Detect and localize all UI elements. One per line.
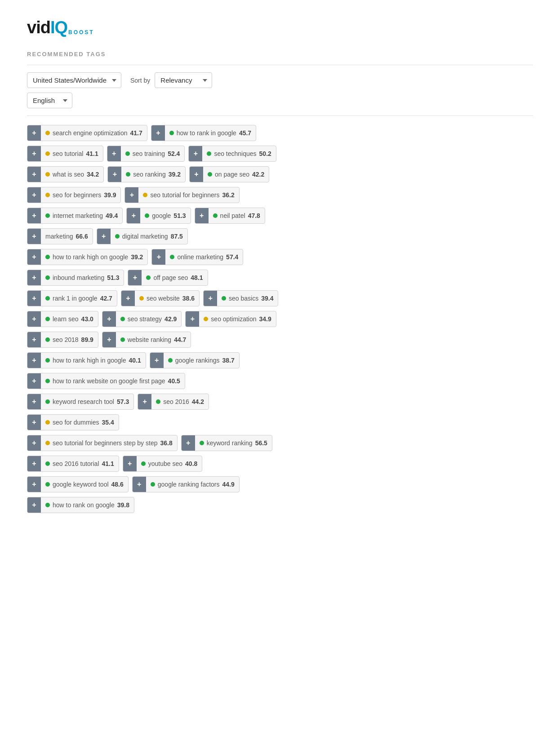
tag-add-button[interactable]: +	[195, 208, 209, 223]
tag-content: keyword research tool57.3	[41, 396, 133, 407]
tag-add-button[interactable]: +	[152, 249, 165, 265]
tag-add-button[interactable]: +	[150, 353, 164, 368]
tag-item: +on page seo42.2	[189, 166, 269, 182]
logo-vid: vid	[27, 18, 50, 37]
tag-item: +digital marketing87.5	[97, 228, 188, 244]
tag-add-button[interactable]: +	[127, 208, 140, 223]
tag-content: seo strategy42.9	[116, 314, 182, 324]
tag-score: 34.2	[87, 171, 99, 178]
sort-select[interactable]: Relevancy Score Alphabetical	[155, 72, 212, 88]
tag-dot-yellow	[45, 193, 50, 197]
tag-add-button[interactable]: +	[27, 415, 41, 430]
language-select[interactable]: English Spanish French German	[27, 93, 72, 108]
tag-add-button[interactable]: +	[27, 497, 41, 513]
tag-add-button[interactable]: +	[190, 167, 203, 182]
tag-item: +seo tutorial for beginners step by step…	[27, 435, 178, 451]
tag-score: 41.1	[86, 150, 98, 157]
tag-add-button[interactable]: +	[27, 291, 41, 306]
tag-dot-yellow	[45, 420, 50, 425]
tag-add-button[interactable]: +	[102, 311, 116, 327]
tag-dot-green	[45, 461, 50, 466]
tag-score: 39.4	[261, 295, 273, 302]
tag-content: rank 1 in google42.7	[41, 293, 117, 304]
tag-row: +learn seo43.0+seo strategy42.9+seo opti…	[27, 311, 533, 327]
tag-name: how to rank website on google first page	[53, 377, 165, 385]
tag-add-button[interactable]: +	[133, 477, 146, 492]
tag-add-button[interactable]: +	[27, 270, 41, 285]
tag-content: website ranking44.7	[116, 334, 191, 345]
tag-content: seo 2016 tutorial41.1	[41, 458, 119, 469]
tag-add-button[interactable]: +	[108, 167, 121, 182]
tag-score: 40.5	[168, 377, 180, 385]
tag-content: seo techniques50.2	[202, 148, 276, 159]
tag-dot-green	[208, 172, 212, 177]
tag-add-button[interactable]: +	[128, 270, 142, 285]
tag-add-button[interactable]: +	[102, 332, 116, 347]
tag-row: +rank 1 in google42.7+seo website38.6+se…	[27, 290, 533, 306]
logo: vidIQ BOOST	[27, 18, 533, 37]
tag-add-button[interactable]: +	[27, 332, 41, 347]
tag-score: 36.2	[222, 191, 235, 199]
tag-name: off page seo	[153, 274, 188, 281]
tag-add-button[interactable]: +	[27, 125, 41, 141]
tag-add-button[interactable]: +	[27, 249, 41, 265]
tag-add-button[interactable]: +	[182, 435, 195, 451]
tag-add-button[interactable]: +	[27, 229, 41, 244]
tag-content: seo tutorial for beginners36.2	[138, 190, 239, 200]
tag-add-button[interactable]: +	[121, 291, 135, 306]
tag-add-button[interactable]: +	[125, 187, 138, 203]
tag-add-button[interactable]: +	[186, 311, 199, 327]
tag-name: seo techniques	[214, 150, 256, 157]
tag-content: seo tutorial41.1	[41, 148, 103, 159]
region-select[interactable]: United States/Worldwide United Kingdom C…	[27, 72, 121, 88]
tag-score: 56.5	[255, 439, 267, 447]
tag-add-button[interactable]: +	[138, 394, 151, 409]
tag-content: seo for beginners39.9	[41, 190, 120, 200]
tag-add-button[interactable]: +	[27, 477, 41, 492]
tag-content: how to rank website on google first page…	[41, 376, 185, 386]
tag-content: seo optimization34.9	[199, 314, 276, 324]
tag-content: internet marketing49.4	[41, 210, 122, 221]
tag-row: +seo tutorial for beginners step by step…	[27, 435, 533, 451]
tag-add-button[interactable]: +	[151, 125, 165, 141]
tag-name: seo 2016 tutorial	[53, 460, 99, 467]
tag-score: 45.7	[239, 129, 251, 137]
tag-score: 51.3	[107, 274, 119, 281]
tag-content: seo training52.4	[121, 148, 185, 159]
tag-item: +seo tutorial41.1	[27, 146, 103, 162]
tag-dot-green	[200, 441, 204, 445]
tag-item: +how to rank in google45.7	[151, 125, 256, 141]
tag-add-button[interactable]: +	[27, 394, 41, 409]
tag-row: +keyword research tool57.3+seo 201644.2	[27, 394, 533, 410]
tag-add-button[interactable]: +	[27, 456, 41, 471]
tag-score: 50.2	[259, 150, 271, 157]
tag-add-button[interactable]: +	[107, 146, 121, 161]
tag-content: google keyword tool48.6	[41, 479, 128, 490]
tag-add-button[interactable]: +	[97, 229, 111, 244]
tag-add-button[interactable]: +	[27, 146, 41, 161]
tag-score: 87.5	[171, 233, 183, 240]
tag-item: +seo website38.6	[121, 290, 200, 306]
tag-name: seo 2018	[53, 336, 79, 343]
tag-add-button[interactable]: +	[204, 291, 217, 306]
tag-name: online marketing	[177, 253, 223, 261]
tag-content: seo website38.6	[135, 293, 199, 304]
tag-add-button[interactable]: +	[27, 373, 41, 389]
tag-dot-green	[45, 317, 50, 321]
tag-add-button[interactable]: +	[27, 311, 41, 327]
tag-add-button[interactable]: +	[27, 435, 41, 451]
tag-dot-green	[115, 234, 120, 239]
tag-content: seo for dummies35.4	[41, 417, 119, 428]
tag-add-button[interactable]: +	[123, 456, 137, 471]
tag-add-button[interactable]: +	[27, 167, 41, 182]
tag-score: 57.4	[226, 253, 238, 261]
tag-item: +seo 201644.2	[138, 394, 209, 410]
tag-name: search engine optimization	[53, 129, 128, 137]
tag-add-button[interactable]: +	[27, 187, 41, 203]
tag-name: google rankings	[175, 357, 220, 364]
tag-row: +how to rank on google39.8	[27, 497, 533, 513]
tag-add-button[interactable]: +	[27, 208, 41, 223]
tag-add-button[interactable]: +	[27, 353, 41, 368]
tag-add-button[interactable]: +	[189, 146, 202, 161]
tag-name: how to rank high in google	[53, 357, 126, 364]
